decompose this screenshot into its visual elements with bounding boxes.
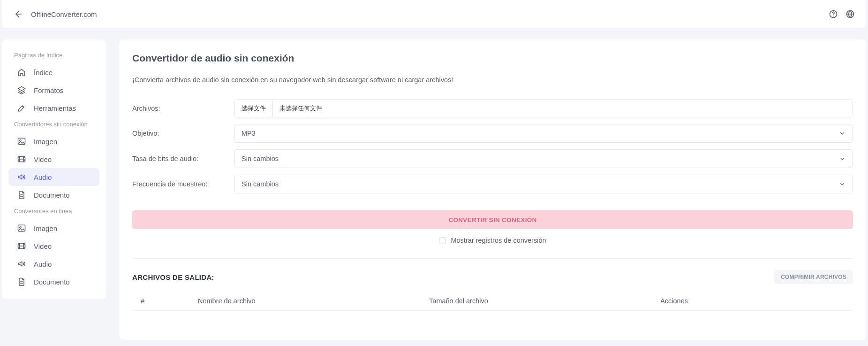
- sidebar-item-online-audio[interactable]: Audio: [8, 255, 99, 273]
- choose-file-button[interactable]: 选择文件: [235, 100, 273, 117]
- file-input[interactable]: 选择文件 未选择任何文件: [234, 100, 853, 117]
- file-placeholder: 未选择任何文件: [273, 104, 329, 113]
- page-title: Convertidor de audio sin conexión: [132, 53, 853, 64]
- sidebar-item-offline-audio[interactable]: Audio: [8, 168, 99, 186]
- sidebar-item-label: Audio: [34, 173, 52, 181]
- sidebar-item-label: Audio: [34, 260, 52, 268]
- sidebar-item-label: Documento: [34, 278, 70, 286]
- files-label: Archivos:: [132, 105, 234, 112]
- sidebar-section-label: Páginas de índice: [6, 48, 102, 63]
- col-filename: Nombre de archivo: [198, 297, 429, 305]
- sidebar-item-offline-document[interactable]: Documento: [8, 186, 99, 204]
- sidebar-item-label: Imagen: [34, 224, 57, 232]
- col-filesize: Tamaño del archivo: [429, 297, 660, 305]
- target-select[interactable]: MP3: [234, 124, 853, 143]
- video-icon: [17, 154, 26, 164]
- site-title[interactable]: OfflineConverter.com: [31, 10, 97, 18]
- sidebar-item-index[interactable]: Índice: [8, 63, 99, 81]
- bitrate-value: Sin cambios: [242, 155, 279, 162]
- show-logs-label: Mostrar registros de conversión: [451, 237, 546, 244]
- image-icon: [17, 223, 26, 233]
- video-icon: [17, 241, 26, 251]
- table-header: # Nombre de archivo Tamaño del archivo A…: [132, 294, 853, 311]
- bitrate-select[interactable]: Sin cambios: [234, 149, 853, 168]
- sidebar-item-offline-video[interactable]: Video: [8, 150, 99, 168]
- output-table: # Nombre de archivo Tamaño del archivo A…: [132, 294, 853, 311]
- target-label: Objetivo:: [132, 130, 234, 137]
- chevron-down-icon: [838, 155, 846, 162]
- page-subtitle: ¡Convierta archivos de audio sin conexió…: [132, 76, 853, 84]
- samplerate-value: Sin cambios: [242, 180, 279, 188]
- help-icon[interactable]: [829, 9, 838, 19]
- back-arrow-icon[interactable]: [13, 9, 23, 19]
- edit-icon: [17, 103, 26, 113]
- sidebar-item-online-document[interactable]: Documento: [8, 273, 99, 291]
- chevron-down-icon: [838, 180, 846, 188]
- show-logs-checkbox[interactable]: [439, 237, 446, 244]
- convert-button[interactable]: CONVERTIR SIN CONEXIÓN: [132, 210, 853, 229]
- sidebar-section-label: Convertidores sin conexión: [6, 117, 102, 132]
- samplerate-select[interactable]: Sin cambios: [234, 175, 853, 193]
- col-actions: Acciones: [660, 297, 853, 305]
- bitrate-label: Tasa de bits de audio:: [132, 155, 234, 162]
- audio-icon: [17, 259, 26, 269]
- sidebar-item-tools[interactable]: Herramientas: [8, 99, 99, 117]
- sidebar-item-label: Video: [34, 155, 52, 163]
- document-icon: [17, 277, 26, 286]
- sidebar-item-label: Formatos: [34, 86, 63, 94]
- layers-icon: [17, 85, 26, 95]
- sidebar-item-offline-image[interactable]: Imagen: [8, 132, 99, 150]
- globe-icon[interactable]: [845, 9, 855, 19]
- divider: [132, 258, 853, 259]
- output-title: ARCHIVOS DE SALIDA:: [132, 273, 214, 281]
- topbar: OfflineConverter.com: [2, 0, 866, 28]
- audio-icon: [17, 172, 26, 182]
- sidebar-item-label: Imagen: [34, 138, 57, 146]
- sidebar-item-online-image[interactable]: Imagen: [8, 219, 99, 237]
- document-icon: [17, 190, 26, 200]
- target-value: MP3: [242, 130, 256, 137]
- sidebar-item-label: Documento: [34, 191, 70, 199]
- home-icon: [17, 68, 26, 77]
- samplerate-label: Frecuencia de muestreo:: [132, 180, 234, 188]
- sidebar-item-label: Herramientas: [34, 104, 76, 112]
- sidebar-item-formats[interactable]: Formatos: [8, 81, 99, 99]
- chevron-down-icon: [838, 130, 846, 137]
- sidebar-item-online-video[interactable]: Video: [8, 237, 99, 255]
- sidebar-item-label: Índice: [34, 69, 53, 77]
- col-index: #: [132, 297, 198, 305]
- main-panel: Convertidor de audio sin conexión ¡Convi…: [119, 39, 866, 340]
- sidebar-item-label: Video: [34, 242, 52, 250]
- image-icon: [17, 137, 26, 146]
- sidebar-section-label: Conversores en línea: [6, 204, 102, 219]
- compress-button[interactable]: COMPRIMIR ARCHIVOS: [774, 270, 853, 284]
- sidebar: Páginas de índice Índice Formatos Herram…: [2, 39, 106, 299]
